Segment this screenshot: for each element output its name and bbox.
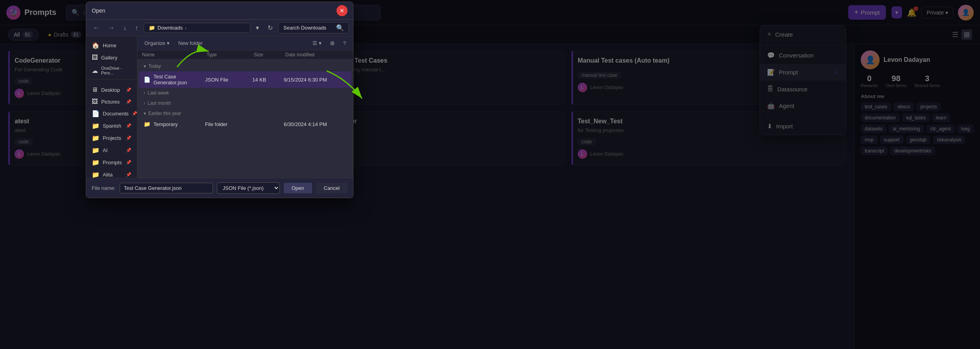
grid-icon: ⊞	[330, 40, 335, 46]
pictures-icon: 🖼	[92, 98, 98, 105]
list-icon: ☰	[312, 40, 317, 46]
chevron-down-icon: ▾	[319, 40, 322, 46]
pin-icon: 📌	[126, 87, 131, 93]
open-file-dialog: Open ✕ ← → ↓ ↑ 📁 Downloads › ▾ ↻ 🔍	[86, 2, 353, 198]
dialog-file-list: Organize ▾ New folder ☰ ▾ ⊞ ?	[137, 36, 353, 178]
sidebar-item-ai[interactable]: 📁 AI 📌	[86, 144, 137, 156]
chevron-down-icon: ▾	[144, 111, 146, 116]
down-button[interactable]: ↓	[120, 23, 129, 33]
folder-icon: 📁	[92, 122, 100, 130]
cloud-icon: ☁	[92, 67, 98, 74]
file-list-body: ▾ Today 📄 Test Case Generator.json JSON …	[137, 59, 353, 131]
group-last-month[interactable]: › Last month	[139, 98, 351, 108]
chevron-down-icon: ▾	[144, 63, 146, 69]
col-date: Date modified	[285, 52, 348, 58]
sidebar-item-projects[interactable]: 📁 Projects 📌	[86, 132, 137, 144]
sidebar-item-home[interactable]: 🏠 Home	[86, 39, 137, 52]
filetype-select[interactable]: JSON File (*.json)	[217, 182, 280, 194]
group-earlier-year[interactable]: ▾ Earlier this year	[139, 108, 351, 119]
open-button[interactable]: Open	[284, 183, 312, 193]
file-row-json[interactable]: 📄 Test Case Generator.json JSON File 14 …	[139, 71, 351, 88]
sidebar-item-documents[interactable]: 📄 Documents 📌	[86, 108, 137, 120]
folder-icon: 📁	[92, 147, 100, 154]
new-folder-button[interactable]: New folder	[175, 39, 206, 48]
dialog-toolbar: ← → ↓ ↑ 📁 Downloads › ▾ ↻ 🔍	[86, 20, 353, 36]
dialog-search-input[interactable]	[283, 25, 334, 31]
home-icon: 🏠	[92, 42, 100, 49]
sidebar-item-desktop[interactable]: 🖥 Desktop 📌	[86, 84, 137, 96]
file-toolbar: Organize ▾ New folder ☰ ▾ ⊞ ?	[137, 36, 353, 50]
pin-icon: 📌	[126, 99, 131, 104]
help-icon: ?	[343, 40, 346, 46]
refresh-button[interactable]: ↻	[264, 22, 276, 33]
filename-input[interactable]	[120, 183, 213, 193]
sidebar-item-onedrive[interactable]: ☁ OneDrive - Pers...	[86, 63, 137, 78]
pin-icon: 📌	[126, 172, 131, 177]
gallery-icon: 🖼	[92, 54, 98, 61]
dialog-titlebar: Open ✕	[86, 2, 353, 20]
back-button[interactable]: ←	[90, 23, 103, 33]
dialog-search[interactable]: 🔍	[278, 22, 349, 33]
desktop-icon: 🖥	[92, 86, 98, 93]
path-dropdown-button[interactable]: ▾	[253, 22, 262, 33]
chevron-right-icon: ›	[144, 100, 145, 106]
sidebar-item-gallery[interactable]: 🖼 Gallery	[86, 52, 137, 63]
documents-icon: 📄	[92, 110, 100, 117]
sidebar-item-prompts[interactable]: 📁 Prompts 📌	[86, 156, 137, 169]
col-size: Size	[254, 52, 285, 58]
pin-icon: 📌	[126, 160, 131, 165]
folder-icon: 📁	[92, 159, 100, 166]
dialog-close-button[interactable]: ✕	[337, 5, 348, 16]
path-bar[interactable]: 📁 Downloads ›	[144, 23, 250, 33]
pin-icon: 📌	[126, 136, 131, 141]
pin-icon: 📌	[126, 123, 131, 128]
folder-icon: 📁	[144, 121, 150, 127]
pin-icon: 📌	[132, 111, 137, 116]
sidebar-item-pictures[interactable]: 🖼 Pictures 📌	[86, 96, 137, 108]
grid-view-button[interactable]: ⊞	[327, 39, 338, 48]
filename-label: File name:	[92, 185, 116, 191]
cancel-button[interactable]: Cancel	[316, 183, 348, 193]
folder-icon: 📁	[92, 134, 100, 142]
dialog-left-sidebar: 🏠 Home 🖼 Gallery ☁ OneDrive - Pers... 🖥 …	[86, 36, 137, 178]
search-icon: 🔍	[336, 24, 344, 32]
organize-button[interactable]: Organize ▾	[141, 39, 173, 48]
group-today[interactable]: ▾ Today	[139, 61, 351, 71]
dialog-footer: File name: JSON File (*.json) Open Cance…	[86, 178, 353, 198]
col-name: Name	[142, 52, 207, 58]
group-last-week[interactable]: › Last week	[139, 88, 351, 98]
sidebar-item-alita[interactable]: 📁 Alita 📌	[86, 169, 137, 178]
dialog-title: Open	[92, 7, 333, 14]
chevron-down-icon: ▾	[167, 40, 170, 46]
col-type: Type	[207, 52, 254, 58]
list-view-button[interactable]: ☰ ▾	[309, 39, 325, 48]
file-row-folder[interactable]: 📁 Temporary File folder 6/30/2024 4:14 P…	[139, 119, 351, 130]
json-file-icon: 📄	[144, 76, 150, 83]
folder-icon: 📁	[92, 171, 100, 178]
path-chevron: ›	[185, 26, 187, 30]
help-button[interactable]: ?	[340, 39, 349, 48]
pin-icon: 📌	[126, 148, 131, 153]
folder-icon: 📁	[149, 25, 155, 31]
chevron-right-icon: ›	[144, 90, 145, 96]
sidebar-item-spanish[interactable]: 📁 Spanish 📌	[86, 120, 137, 132]
up-button[interactable]: ↑	[132, 23, 141, 33]
forward-button[interactable]: →	[105, 23, 118, 33]
dialog-body: 🏠 Home 🖼 Gallery ☁ OneDrive - Pers... 🖥 …	[86, 36, 353, 178]
file-list-header: Name Type Size Date modified	[137, 50, 353, 59]
dialog-overlay: Open ✕ ← → ↓ ↑ 📁 Downloads › ▾ ↻ 🔍	[0, 0, 980, 349]
